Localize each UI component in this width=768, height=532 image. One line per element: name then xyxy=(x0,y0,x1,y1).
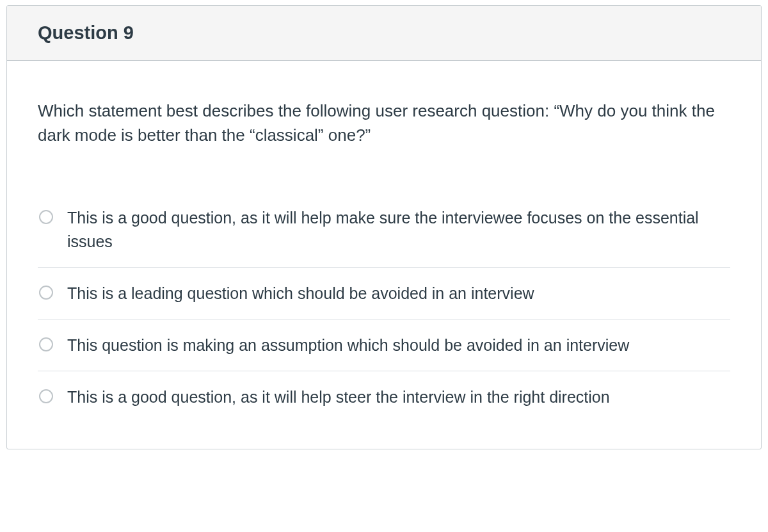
option-label[interactable]: This is a leading question which should … xyxy=(67,282,730,305)
options-list: This is a good question, as it will help… xyxy=(38,192,730,423)
option-label[interactable]: This is a good question, as it will help… xyxy=(67,385,730,408)
option-row: This is a good question, as it will help… xyxy=(38,371,730,423)
option-radio[interactable] xyxy=(39,389,53,403)
question-prompt: Which statement best describes the follo… xyxy=(38,99,730,147)
option-radio[interactable] xyxy=(39,286,53,300)
option-radio[interactable] xyxy=(39,210,53,224)
question-card: Question 9 Which statement best describe… xyxy=(6,5,762,449)
option-radio[interactable] xyxy=(39,337,53,351)
question-header: Question 9 xyxy=(7,6,761,61)
option-row: This is a leading question which should … xyxy=(38,268,730,319)
option-row: This question is making an assumption wh… xyxy=(38,319,730,371)
option-row: This is a good question, as it will help… xyxy=(38,192,730,268)
option-label[interactable]: This question is making an assumption wh… xyxy=(67,334,730,357)
option-label[interactable]: This is a good question, as it will help… xyxy=(67,206,730,253)
question-body: Which statement best describes the follo… xyxy=(7,61,761,449)
question-title: Question 9 xyxy=(38,22,730,44)
